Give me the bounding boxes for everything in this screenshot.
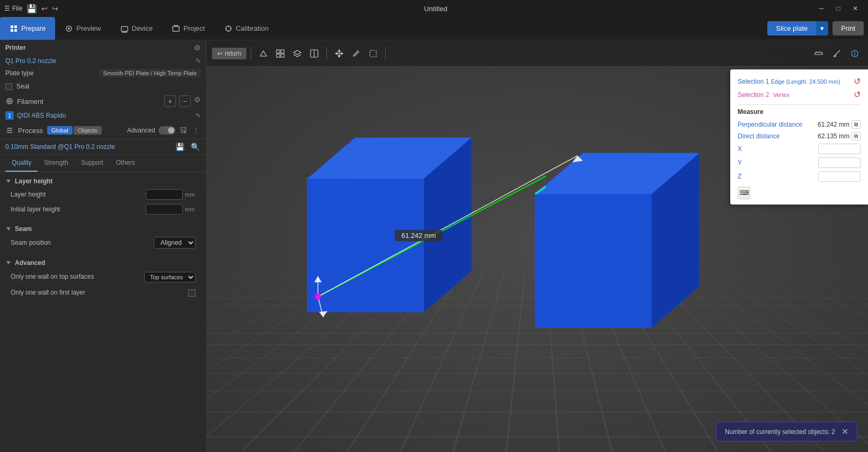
first-layer-checkbox[interactable] xyxy=(188,289,196,297)
minimize-button[interactable]: ─ xyxy=(813,0,830,17)
svg-point-15 xyxy=(7,99,12,104)
layer-height-group-label: Layer height xyxy=(15,178,52,185)
main-layout: Printer ⚙ Q1 Pro 0.2 nozzle ✎ Plate type… xyxy=(0,40,868,452)
add-filament-button[interactable]: + xyxy=(164,95,176,107)
selection1-type: Edge (Length: 24.500 mm) xyxy=(771,78,840,85)
group-collapse-icon xyxy=(5,178,12,184)
selection2-row: Selection 2 Vertex ↺ xyxy=(738,88,861,101)
maximize-button[interactable]: □ xyxy=(830,0,847,17)
tab-others[interactable]: Others xyxy=(110,155,141,172)
notification-bar: Number of currently selected objects: 2 … xyxy=(716,422,857,441)
toolbar-undo[interactable]: ↩ xyxy=(41,4,48,13)
perp-distance-value: 61.242 mm xyxy=(818,121,849,128)
advanced-toggle[interactable] xyxy=(158,126,175,135)
layer-height-header[interactable]: Layer height xyxy=(5,175,201,187)
filament-number-badge: 1 xyxy=(5,111,14,120)
initial-layer-height-unit: mm xyxy=(185,206,196,212)
file-menu[interactable]: ☰ File xyxy=(4,5,22,12)
profile-search-icon[interactable]: 🔍 xyxy=(190,141,201,152)
printer-settings-icon[interactable]: ⚙ xyxy=(194,43,201,52)
layer-height-row: Layer height 0.1 mm xyxy=(5,187,201,202)
seal-checkbox[interactable] xyxy=(5,83,12,90)
process-label: Process xyxy=(18,127,43,135)
measure-keyboard-icon[interactable]: ⌨ xyxy=(738,187,750,199)
nav-preview[interactable]: Preview xyxy=(55,17,110,40)
tab-strength[interactable]: Strength xyxy=(38,155,74,172)
direct-distance-value: 62.135 mm xyxy=(818,132,849,140)
seam-position-select[interactable]: Aligned xyxy=(154,237,196,249)
advanced-group-header[interactable]: Advanced xyxy=(5,257,201,269)
measure-icon-row: ⌨ xyxy=(738,187,861,199)
process-save-icon[interactable]: 🖫 xyxy=(179,125,188,136)
y-input[interactable]: -56.13 xyxy=(818,157,861,168)
z-input[interactable]: -24.50 xyxy=(818,171,861,182)
slice-plate-button[interactable]: Slice plate xyxy=(767,21,816,36)
window-controls: ─ □ ✕ xyxy=(813,0,864,17)
global-badge[interactable]: Global xyxy=(47,126,73,135)
profile-row: 0.10mm Standard @Q1 Pro 0.2 nozzle 💾 🔍 xyxy=(0,139,206,155)
tab-quality[interactable]: Quality xyxy=(5,155,38,172)
first-layer-row: Only one wall on first layer xyxy=(5,286,201,300)
layer-height-group: Layer height Layer height 0.1 mm Initial… xyxy=(0,172,206,217)
filament-item-name[interactable]: QIDI ABS Rapido xyxy=(17,112,66,119)
svg-rect-6 xyxy=(121,26,128,31)
navbar: Prepare Preview Device Project Calibrati… xyxy=(0,17,868,40)
printer-name[interactable]: Q1 Pro 0.2 nozzle xyxy=(5,57,56,65)
svg-text:61.242 mm: 61.242 mm xyxy=(402,232,436,240)
x-input[interactable]: 0.00 xyxy=(818,144,861,154)
filament-edit-icon[interactable]: ✎ xyxy=(196,112,201,119)
filament-settings-icon[interactable]: ⚙ xyxy=(194,95,201,107)
device-icon xyxy=(120,24,129,33)
selection2-label: Selection 2 Vertex xyxy=(738,91,790,99)
close-button[interactable]: ✕ xyxy=(847,0,864,17)
selection1-row: Selection 1 Edge (Length: 24.500 mm) ↺ xyxy=(738,75,861,88)
selection1-label: Selection 1 Edge (Length: 24.500 mm) xyxy=(738,78,840,85)
svg-marker-17 xyxy=(6,180,11,183)
initial-layer-height-input[interactable]: 0.1 xyxy=(146,204,183,215)
printer-section-label: Printer xyxy=(5,44,26,51)
filament-controls: + − ⚙ xyxy=(164,95,201,107)
process-badge-group: Global Objects xyxy=(47,126,102,135)
toolbar-save[interactable]: 💾 xyxy=(26,4,37,14)
direct-distance-copy-button[interactable]: ⧉ xyxy=(852,132,861,140)
objects-badge[interactable]: Objects xyxy=(74,126,102,135)
advanced-collapse-icon xyxy=(5,260,12,266)
selection2-type: Vertex xyxy=(773,92,790,98)
process-row: Process Global Objects Advanced 🖫 ⋮ xyxy=(0,122,206,139)
notification-close-button[interactable]: ✕ xyxy=(842,427,848,437)
project-icon xyxy=(172,24,180,33)
profile-save-icon[interactable]: 💾 xyxy=(174,141,185,152)
nav-device[interactable]: Device xyxy=(111,17,163,40)
slice-dropdown-button[interactable]: ▾ xyxy=(816,21,828,36)
print-button[interactable]: Print xyxy=(832,21,864,36)
svg-rect-3 xyxy=(14,29,17,32)
svg-point-16 xyxy=(8,100,11,102)
layer-height-input[interactable]: 0.1 xyxy=(146,189,183,200)
viewport-background: ↩ return xyxy=(207,40,868,452)
seam-position-row: Seam position Aligned xyxy=(5,235,201,251)
top-surfaces-select[interactable]: Top surfaces xyxy=(144,272,196,282)
remove-filament-button[interactable]: − xyxy=(179,95,191,107)
viewport[interactable]: ↩ return xyxy=(207,40,868,452)
tab-support[interactable]: Support xyxy=(75,155,110,172)
file-label: File xyxy=(12,5,22,12)
seal-row: Seal xyxy=(0,79,206,93)
seam-header[interactable]: Seam xyxy=(5,223,201,235)
titlebar: ☰ File 💾 ↩ ↪ Untitled ─ □ ✕ xyxy=(0,0,868,17)
svg-marker-18 xyxy=(6,227,11,231)
profile-name[interactable]: 0.10mm Standard @Q1 Pro 0.2 nozzle xyxy=(5,143,115,150)
toolbar-redo[interactable]: ↪ xyxy=(52,4,58,13)
initial-layer-height-label: Initial layer height xyxy=(11,206,146,213)
perp-distance-copy-button[interactable]: ⧉ xyxy=(852,120,861,129)
printer-edit-icon[interactable]: ✎ xyxy=(196,57,201,65)
seal-label: Seal xyxy=(16,83,29,90)
selection1-reset-button[interactable]: ↺ xyxy=(854,76,861,86)
svg-marker-48 xyxy=(319,311,327,317)
plate-type-value[interactable]: Smooth PEI Plate / High Temp Plate xyxy=(99,69,201,77)
nav-project[interactable]: Project xyxy=(162,17,214,40)
nav-prepare[interactable]: Prepare xyxy=(0,17,55,40)
process-more-icon[interactable]: ⋮ xyxy=(191,125,201,136)
filament-item: 1 QIDI ABS Rapido ✎ xyxy=(0,109,206,122)
selection2-reset-button[interactable]: ↺ xyxy=(854,90,861,100)
nav-calibration[interactable]: Calibration xyxy=(215,17,278,40)
